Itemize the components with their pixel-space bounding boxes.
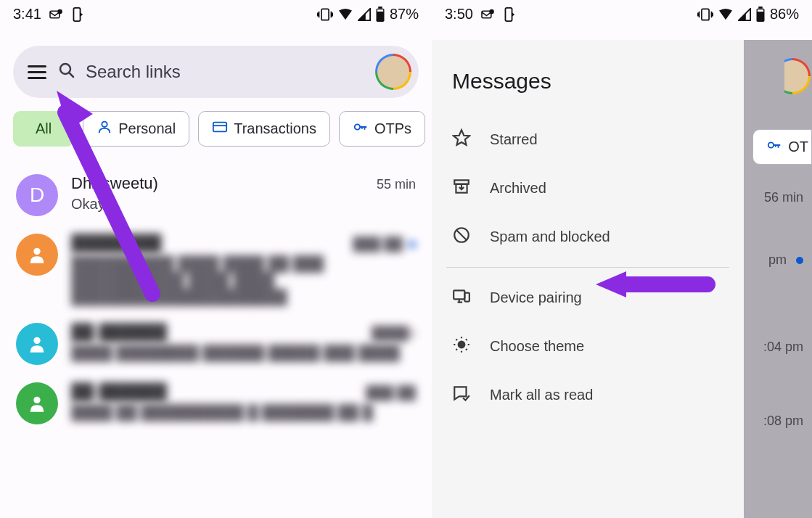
conversation-name: ██-██████ <box>71 323 167 342</box>
signal-icon <box>358 8 371 21</box>
key-icon <box>766 137 782 157</box>
wifi-icon <box>337 8 353 21</box>
chip-label: All <box>36 120 52 137</box>
conversation-time: ████n <box>372 326 416 341</box>
svg-point-19 <box>489 9 493 13</box>
star-icon <box>452 128 471 151</box>
conversation-time: ███ ██ <box>353 237 416 252</box>
drawer-item-label: Device pairing <box>490 289 582 306</box>
notification-icon-2 <box>70 7 83 22</box>
chip-label: Personal <box>118 120 176 137</box>
conversation-item[interactable]: ████████ ███ ██ ██████████ ████ ████ ██ … <box>0 225 432 314</box>
chip-personal[interactable]: Personal <box>83 111 189 147</box>
devices-icon <box>452 287 471 309</box>
drawer-item-mark-all-read[interactable]: Mark all as read <box>432 371 744 419</box>
status-battery-pct: 87% <box>390 6 419 22</box>
search-icon <box>58 62 75 82</box>
status-bar: 3:50 <box>432 0 812 25</box>
drawer-divider <box>446 267 729 268</box>
svg-rect-30 <box>454 290 464 299</box>
conversation-name: ████████ <box>71 234 162 252</box>
svg-rect-31 <box>464 293 469 302</box>
svg-point-13 <box>33 248 40 255</box>
svg-line-29 <box>456 230 467 240</box>
svg-point-1 <box>57 9 62 13</box>
underlay-avatar <box>784 58 812 99</box>
screenshot-right: 3:50 <box>432 0 812 518</box>
vibrate-icon <box>697 7 713 22</box>
theme-icon <box>452 335 471 358</box>
card-icon <box>212 119 228 139</box>
status-bar: 3:41 <box>0 0 432 25</box>
conversation-time: 55 min <box>377 177 416 192</box>
conversation-avatar <box>16 323 58 365</box>
conversation-avatar <box>16 382 58 424</box>
svg-point-25 <box>768 142 774 147</box>
drawer-item-device-pairing[interactable]: Device pairing <box>432 274 744 322</box>
notification-icon-1 <box>49 9 63 20</box>
svg-rect-20 <box>505 7 512 20</box>
svg-rect-5 <box>378 7 382 9</box>
mark-read-icon <box>452 384 471 406</box>
conversation-preview: ██████████ ████ ████ ██ ███ ███████████ … <box>71 255 416 305</box>
svg-line-8 <box>69 73 73 77</box>
conversation-avatar: D <box>16 174 58 216</box>
notification-icon-1 <box>480 9 495 20</box>
conversation-avatar <box>16 234 58 276</box>
chip-transactions[interactable]: Transactions <box>198 111 330 147</box>
drawer-scrim[interactable] <box>744 40 812 518</box>
conversation-item[interactable]: D Dhr(sweetu) 55 min Okay <box>0 165 432 225</box>
drawer-item-label: Archived <box>490 180 546 197</box>
profile-avatar[interactable] <box>375 54 411 90</box>
battery-icon <box>755 7 766 22</box>
chip-all[interactable]: All <box>13 111 74 147</box>
signal-icon <box>738 8 751 21</box>
drawer-item-label: Choose theme <box>490 338 584 355</box>
svg-point-32 <box>458 341 466 349</box>
drawer-item-starred[interactable]: Starred <box>432 115 744 164</box>
conversation-name: Dhr(sweetu) <box>71 174 158 193</box>
svg-rect-2 <box>73 7 80 20</box>
conversation-preview: Okay <box>71 196 416 213</box>
conversation-name: ██-██████ <box>71 382 167 401</box>
search-bar[interactable]: Search links <box>13 46 419 98</box>
svg-point-15 <box>33 397 40 403</box>
conversation-preview: ████ ██ ██████████ █ ███████ ██ █ <box>71 404 416 421</box>
drawer-item-archived[interactable]: Archived <box>432 164 744 213</box>
unread-dot-icon <box>796 257 803 264</box>
block-icon <box>452 226 471 248</box>
hamburger-menu-icon[interactable] <box>26 61 48 83</box>
battery-icon <box>375 7 385 22</box>
person-icon <box>97 119 112 139</box>
notification-icon-2 <box>502 7 515 22</box>
drawer-item-label: Mark all as read <box>490 387 593 403</box>
chip-otps[interactable]: OTPs <box>339 111 425 147</box>
svg-point-12 <box>355 124 360 129</box>
drawer-item-spam-blocked[interactable]: Spam and blocked <box>432 213 744 261</box>
svg-rect-23 <box>758 7 763 9</box>
status-time: 3:41 <box>13 6 41 22</box>
svg-rect-21 <box>702 9 709 20</box>
chip-label: Transactions <box>234 120 316 137</box>
drawer-item-label: Starred <box>490 131 538 148</box>
drawer-item-theme[interactable]: Choose theme <box>432 322 744 371</box>
svg-point-9 <box>102 122 107 127</box>
svg-rect-3 <box>321 9 329 20</box>
wifi-icon <box>718 8 734 21</box>
conversation-preview: ████ ████████ ██████ █████ ███ ████ <box>71 345 416 361</box>
search-placeholder: Search links <box>86 62 365 82</box>
navigation-drawer: Messages Starred Archived Spam and block… <box>432 40 744 518</box>
underlay-chip-otps: OT <box>752 129 812 165</box>
unread-dot-icon <box>409 241 416 248</box>
archive-icon <box>452 177 471 200</box>
screenshot-left: 3:41 <box>0 0 432 518</box>
conversation-item[interactable]: ██-██████ ███ ██ ████ ██ ██████████ █ ██… <box>0 374 432 433</box>
drawer-item-label: Spam and blocked <box>490 229 610 245</box>
chip-label: OTPs <box>374 120 411 137</box>
underlay-time: :04 pm <box>763 340 803 355</box>
status-time: 3:50 <box>445 6 473 22</box>
drawer-title: Messages <box>432 65 744 115</box>
status-battery-pct: 86% <box>770 6 799 22</box>
svg-rect-24 <box>758 9 763 12</box>
conversation-item[interactable]: ██-██████ ████n ████ ████████ ██████ ███… <box>0 314 432 374</box>
